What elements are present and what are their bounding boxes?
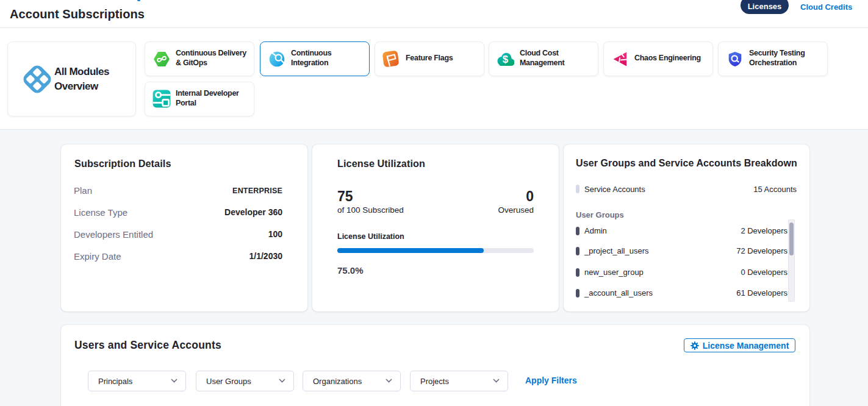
svg-text:$: $ — [503, 54, 509, 65]
